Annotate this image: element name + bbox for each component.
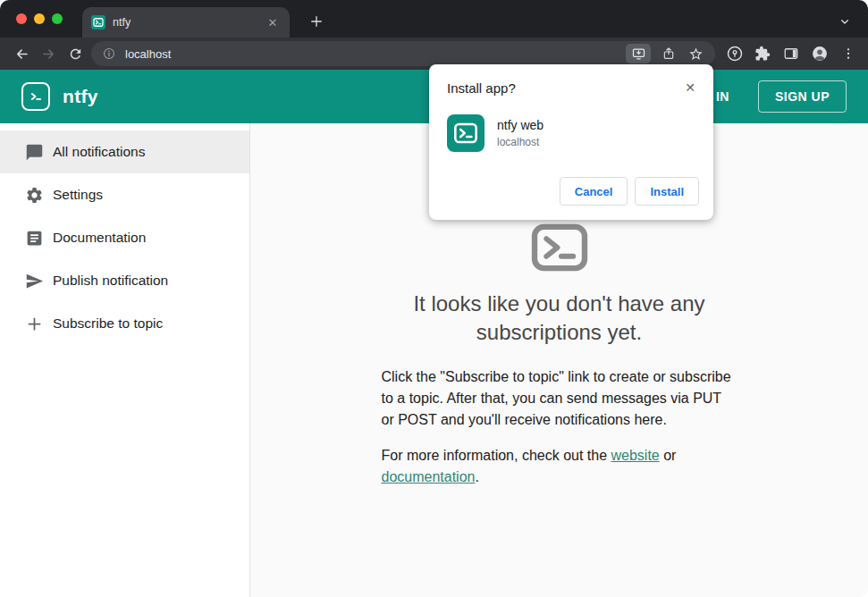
website-link[interactable]: website [611,448,660,463]
share-icon[interactable] [658,44,679,63]
links-paragraph-suffix: . [475,469,478,484]
empty-state-paragraph: Click the "Subscribe to topic" link to c… [382,366,737,431]
install-app-dialog: Install app? ✕ ntfy web localhost Cancel… [429,64,713,220]
send-icon [23,270,45,291]
dialog-app-origin: localhost [497,136,544,148]
close-window-button[interactable] [16,13,27,24]
sidebar-item-publish-notification[interactable]: Publish notification [0,259,249,302]
dialog-close-icon[interactable]: ✕ [681,79,699,97]
forward-icon[interactable] [36,41,61,66]
tab-strip: ntfy ✕ [0,0,868,38]
dialog-title: Install app? [447,79,681,96]
back-icon[interactable] [9,41,34,66]
url-text: localhost [125,47,171,61]
browser-window: ntfy ✕ localhost [0,0,868,597]
minimize-window-button[interactable] [34,13,45,24]
tab-search-chevron-icon[interactable] [832,9,857,34]
chat-icon [23,141,45,163]
document-icon [23,227,45,248]
empty-state-heading: It looks like you don't have any subscri… [363,290,756,347]
reload-icon[interactable] [63,41,88,66]
gear-icon [23,184,45,206]
tab-title: ntfy [113,16,265,29]
new-tab-button[interactable] [304,9,329,34]
plus-icon [23,313,45,334]
install-button[interactable]: Install [635,177,699,206]
browser-menu-icon[interactable] [838,43,859,64]
side-panel-icon[interactable] [780,43,802,64]
sidebar-item-documentation[interactable]: Documentation [0,216,249,259]
sidebar: All notifications Settings Documentation… [0,123,250,597]
sidebar-item-label: All notifications [53,144,145,160]
browser-tab[interactable]: ntfy ✕ [82,7,290,38]
profile-avatar[interactable] [809,43,830,64]
extensions-puzzle-icon[interactable] [752,43,773,64]
address-bar[interactable]: localhost [91,41,715,66]
password-extension-icon[interactable] [724,43,746,64]
sidebar-item-subscribe-to-topic[interactable]: Subscribe to topic [0,302,249,345]
ntfy-app-icon [447,114,485,152]
links-paragraph-prefix: For more information, check out the [382,448,611,463]
sidebar-item-label: Publish notification [53,273,168,289]
install-app-icon[interactable] [626,44,651,63]
ntfy-favicon-icon [91,15,105,29]
sign-up-button[interactable]: SIGN UP [758,80,847,113]
app-title: ntfy [63,86,98,107]
documentation-link[interactable]: documentation [382,469,476,484]
maximize-window-button[interactable] [52,13,63,24]
sidebar-item-settings[interactable]: Settings [0,173,249,216]
sidebar-item-label: Documentation [53,230,146,246]
empty-state-links-paragraph: For more information, check out the webs… [382,445,737,488]
empty-state-terminal-icon [531,223,588,275]
site-info-icon[interactable] [102,46,116,61]
sidebar-item-label: Subscribe to topic [53,315,163,332]
sidebar-item-label: Settings [53,187,103,203]
cancel-button[interactable]: Cancel [560,177,628,206]
tab-close-icon[interactable]: ✕ [265,14,281,30]
sidebar-item-all-notifications[interactable]: All notifications [0,130,249,173]
links-paragraph-middle: or [660,448,677,463]
dialog-app-name: ntfy web [497,118,544,132]
ntfy-logo-icon [21,82,50,111]
bookmark-star-icon[interactable] [685,44,706,63]
